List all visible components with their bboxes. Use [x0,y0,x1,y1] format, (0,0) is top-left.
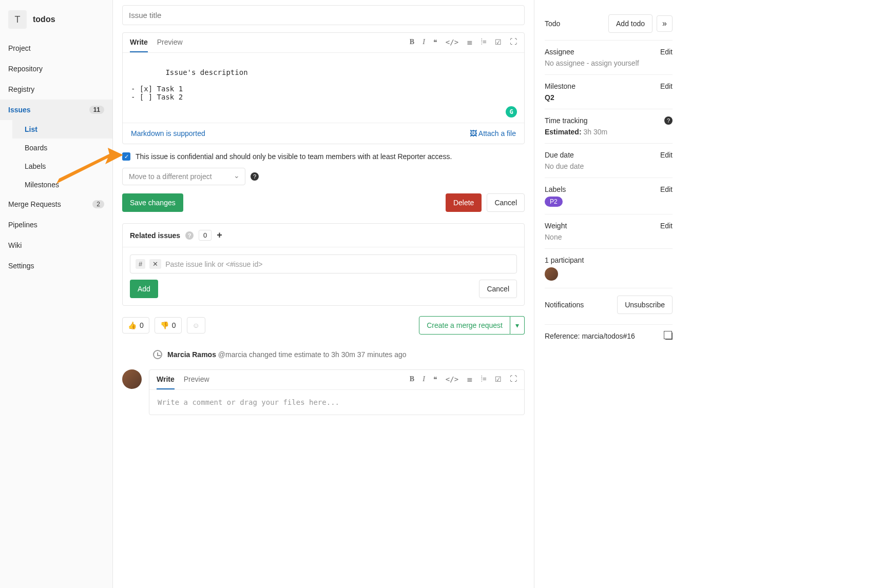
task-list-icon[interactable]: ☑ [495,38,502,52]
description-editor: Write Preview B I ❝ </> ≣ ⦙≡ ☑ ⛶ Issue's… [122,32,525,144]
issue-form: Write Preview B I ❝ </> ≣ ⦙≡ ☑ ⛶ Issue's… [113,0,534,588]
create-mr-dropdown[interactable]: ▾ [510,316,525,335]
sidebar-item-merge-requests[interactable]: Merge Requests 2 [0,194,112,214]
thumbs-up-icon: 👍 [128,321,137,329]
estimated-label: Estimated: [545,128,582,136]
confidential-checkbox[interactable]: ✓ [122,152,130,161]
activity-author[interactable]: Marcia Ramos [167,350,216,359]
task-list-icon[interactable]: ☑ [495,375,502,389]
markdown-help-link[interactable]: Markdown is supported [131,129,205,138]
reference-label: Reference: [545,332,580,340]
milestone-edit[interactable]: Edit [660,82,673,90]
issue-title-input[interactable] [122,5,525,25]
unsubscribe-button[interactable]: Unsubscribe [617,296,673,314]
participants-title: 1 participant [545,256,673,264]
add-todo-button[interactable]: Add todo [608,14,652,33]
assign-yourself-link[interactable]: assign yourself [591,59,639,67]
move-project-select[interactable]: Move to a different project [122,168,245,185]
add-related-icon[interactable]: + [217,230,222,241]
comment-toolbar: B I ❝ </> ≣ ⦙≡ ☑ ⛶ [410,375,517,389]
sidebar-item-project[interactable]: Project [0,38,112,58]
labels-edit[interactable]: Edit [660,185,673,193]
cancel-button[interactable]: Cancel [487,193,525,212]
italic-icon[interactable]: I [423,38,425,52]
add-reaction-button[interactable]: ☺ [187,317,205,334]
numbered-list-icon[interactable]: ⦙≡ [481,38,487,52]
confidential-label: This issue is confidential and should on… [136,152,452,161]
comment-textarea[interactable]: Write a comment or drag your files here.… [149,390,524,415]
copy-reference-icon[interactable] [665,332,673,340]
quote-icon[interactable]: ❝ [433,38,437,52]
time-help-icon[interactable]: ? [664,116,673,125]
activity-handle[interactable]: @marcia [218,350,247,359]
related-placeholder: Paste issue link or <#issue id> [165,260,262,268]
weight-title: Weight [545,222,567,230]
code-icon[interactable]: </> [446,375,458,389]
related-issue-input[interactable]: # ✕ Paste issue link or <#issue id> [130,254,517,273]
activity-text: changed time estimate to 3h 30m 37 minut… [249,350,407,359]
attach-file-link[interactable]: 🖼 Attach a file [470,129,516,138]
comment-tab-preview[interactable]: Preview [184,375,209,389]
image-icon: 🖼 [470,129,477,138]
fullscreen-icon[interactable]: ⛶ [510,38,517,52]
milestone-title: Milestone [545,82,575,90]
related-help-icon[interactable]: ? [185,231,194,240]
cancel-related-button[interactable]: Cancel [479,280,517,298]
reference-value: marcia/todos#16 [582,332,635,340]
related-count: 0 [199,230,212,241]
bold-icon[interactable]: B [410,375,414,389]
estimated-value: 3h 30m [583,128,607,136]
code-icon[interactable]: </> [446,38,458,52]
project-name: todos [33,15,55,24]
bullet-list-icon[interactable]: ≣ [467,375,473,389]
participant-avatar[interactable] [545,267,558,281]
sidebar-item-repository[interactable]: Repository [0,58,112,79]
quote-icon[interactable]: ❝ [433,375,437,389]
editor-toolbar: B I ❝ </> ≣ ⦙≡ ☑ ⛶ [410,38,517,52]
project-header[interactable]: T todos [0,5,112,38]
sidebar-item-settings[interactable]: Settings [0,256,112,276]
bold-icon[interactable]: B [410,38,414,52]
thumbs-down-button[interactable]: 👎 0 [155,317,182,334]
thumbs-down-icon: 👎 [160,321,169,329]
numbered-list-icon[interactable]: ⦙≡ [481,375,487,389]
tab-preview[interactable]: Preview [157,38,183,52]
tab-write[interactable]: Write [130,38,148,52]
collapse-sidebar-icon[interactable]: » [657,15,673,32]
user-avatar[interactable] [122,369,142,389]
add-related-button[interactable]: Add [130,280,158,298]
project-avatar: T [8,10,27,29]
labels-title: Labels [545,185,566,193]
time-tracking-title: Time tracking [545,116,588,125]
issues-count-badge: 11 [89,106,104,114]
assignee-edit[interactable]: Edit [660,48,673,56]
create-mr-button[interactable]: Create a merge request [419,316,510,335]
comment-tab-write[interactable]: Write [157,375,175,389]
due-date-edit[interactable]: Edit [660,151,673,159]
issue-chip-remove[interactable]: ✕ [149,259,161,269]
italic-icon[interactable]: I [423,375,425,389]
delete-button[interactable]: Delete [446,193,482,212]
svg-marker-0 [56,148,123,184]
sidebar-item-issues[interactable]: Issues 11 [0,100,112,120]
todo-title: Todo [545,19,560,28]
sidebar-item-wiki[interactable]: Wiki [0,235,112,256]
milestone-value: Q2 [545,93,554,102]
weight-edit[interactable]: Edit [660,222,673,230]
bullet-list-icon[interactable]: ≣ [467,38,473,52]
move-help-icon[interactable]: ? [251,172,259,181]
thumbs-up-button[interactable]: 👍 0 [122,317,149,334]
grammarly-icon[interactable]: G [506,106,517,117]
sidebar-item-registry[interactable]: Registry [0,79,112,100]
activity-entry: Marcia Ramos @marcia changed time estima… [122,346,525,369]
project-sidebar: T todos Project Repository Registry Issu… [0,0,113,588]
sidebar-item-pipelines[interactable]: Pipelines [0,214,112,235]
sidebar-item-list[interactable]: List [12,120,112,139]
mr-count-badge: 2 [92,200,104,208]
related-issues-panel: Related issues ? 0 + # ✕ Paste issue lin… [122,223,525,306]
fullscreen-icon[interactable]: ⛶ [510,375,517,389]
label-pill-p2[interactable]: P2 [545,197,563,207]
save-button[interactable]: Save changes [122,193,183,212]
clock-icon [153,350,162,359]
description-textarea[interactable]: Issue's description - [x] Task 1 - [ ] T… [123,53,524,123]
